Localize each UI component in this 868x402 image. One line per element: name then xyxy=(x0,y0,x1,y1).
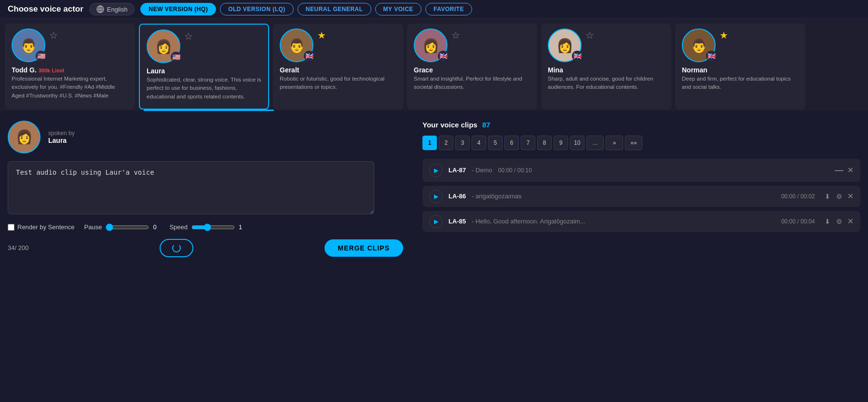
clip-card-LA-87: ▶ LA-87 - Demo 00:00 / 00:10 — ✕ xyxy=(422,159,860,182)
filter-btn-favorite[interactable]: FAVORITE xyxy=(425,3,472,15)
favorite-star[interactable]: ★ xyxy=(719,29,728,41)
generate-button[interactable] xyxy=(160,239,193,257)
speed-slider[interactable] xyxy=(191,223,235,231)
minimize-bar: ▶ LA-87 - Demo 00:00 / 00:10 — ✕ xyxy=(429,164,854,177)
cards-section: 👨 🇺🇸 ☆ Todd G. 300k Limit Professional I… xyxy=(0,19,868,110)
filter-btn-my-voice[interactable]: MY VOICE xyxy=(375,3,421,15)
page-btn-...[interactable]: ... xyxy=(586,136,604,150)
clip-label: - Demo xyxy=(472,166,492,174)
voice-card-geralt[interactable]: 👨 🇬🇧 ★ Geralt Robotic or futuristic, goo… xyxy=(273,24,403,110)
clip-list: ▶ LA-87 - Demo 00:00 / 00:10 — ✕ ▶ LA-86… xyxy=(422,159,860,232)
language-button[interactable]: English xyxy=(89,3,135,15)
avatar-wrap: 👨 🇺🇸 xyxy=(12,28,45,62)
settings-btn-LA-86[interactable]: ⚙ xyxy=(835,192,843,201)
loading-spinner xyxy=(172,244,181,252)
favorite-star[interactable]: ★ xyxy=(317,29,326,41)
page-btn-1[interactable]: 1 xyxy=(422,136,437,150)
clip-time: 00:00 / 00:10 xyxy=(498,167,537,174)
page-btn-10[interactable]: 10 xyxy=(570,136,584,150)
page-btn-6[interactable]: 6 xyxy=(504,136,519,150)
filter-buttons: NEW VERSION (HQ)OLD VERSION (LQ)NEURAL G… xyxy=(140,3,472,15)
page-btn-8[interactable]: 8 xyxy=(537,136,552,150)
voice-desc: Sharp, adult and concise, good for child… xyxy=(548,75,665,92)
voice-name: Mina xyxy=(548,66,665,74)
close-btn-LA-85[interactable]: ✕ xyxy=(847,217,854,226)
language-label: English xyxy=(107,6,128,13)
minimize-icon[interactable]: — xyxy=(835,165,843,175)
flag-badge: 🇬🇧 xyxy=(304,51,314,61)
voice-name: Geralt xyxy=(280,66,396,74)
settings-btn-LA-85[interactable]: ⚙ xyxy=(835,217,843,226)
voice-card-grace[interactable]: 👩 🇬🇧 ☆ Grace Smart and insightful. Perfe… xyxy=(407,24,537,110)
voice-card-laura[interactable]: 👩 🇺🇸 ☆ Laura Sophisticated, clear, stron… xyxy=(139,24,269,110)
merge-clips-button[interactable]: MERGE CLIPS xyxy=(325,239,403,257)
card-header: 👨 🇬🇧 ★ xyxy=(280,28,396,62)
avatar-wrap: 👩 🇬🇧 xyxy=(548,28,582,62)
pagination: 12345678910...»»» xyxy=(422,136,860,150)
tts-textarea[interactable] xyxy=(8,161,374,214)
voice-card-norman[interactable]: 👨 🇬🇧 ★ Norman Deep and firm, perfect for… xyxy=(675,24,805,110)
favorite-star[interactable]: ☆ xyxy=(49,29,58,41)
card-header: 👨 🇺🇸 ☆ xyxy=(12,28,128,62)
clip-label: - Hello, Good afternoon. Arigatōgozaim..… xyxy=(472,218,585,225)
flag-badge: 🇬🇧 xyxy=(572,51,583,61)
favorite-star[interactable]: ☆ xyxy=(585,29,594,41)
filter-btn-old-lq[interactable]: OLD VERSION (LQ) xyxy=(220,3,294,15)
page-btn-9[interactable]: 9 xyxy=(554,136,568,150)
page-btn-2[interactable]: 2 xyxy=(439,136,453,150)
render-by-sentence-label: Render by Sentence xyxy=(17,223,75,231)
header: Choose voice actor English NEW VERSION (… xyxy=(0,0,868,19)
left-panel: 👩 spoken by Laura Render by Sentence Pau… xyxy=(8,121,403,257)
clip-id: LA-87 xyxy=(448,166,466,174)
voice-card-todd[interactable]: 👨 🇺🇸 ☆ Todd G. 300k Limit Professional I… xyxy=(5,24,135,110)
page-btn-4[interactable]: 4 xyxy=(472,136,486,150)
voice-card-mina[interactable]: 👩 🇬🇧 ☆ Mina Sharp, adult and concise, go… xyxy=(541,24,671,110)
avatar-wrap: 👩 🇬🇧 xyxy=(414,28,448,62)
clip-actions: 00:00 / 00:04 ⬇ ⚙ ✕ xyxy=(781,217,854,226)
close-btn-LA-87[interactable]: ✕ xyxy=(847,166,854,175)
voice-name: Grace xyxy=(414,66,530,74)
download-btn-LA-85[interactable]: ⬇ xyxy=(824,217,831,226)
filter-btn-new-hq[interactable]: NEW VERSION (HQ) xyxy=(140,3,216,15)
pause-group: Pause 0 xyxy=(84,223,160,231)
play-btn-LA-85[interactable]: ▶ xyxy=(429,215,443,228)
close-btn-LA-86[interactable]: ✕ xyxy=(847,192,854,201)
play-btn-LA-86[interactable]: ▶ xyxy=(429,190,443,203)
right-panel: Your voice clips 87 12345678910...»»» ▶ … xyxy=(403,121,860,257)
speaker-avatar: 👩 xyxy=(8,121,41,153)
clip-time: 00:00 / 00:04 xyxy=(781,218,820,225)
page-btn-»[interactable]: » xyxy=(606,136,623,150)
page-btn-7[interactable]: 7 xyxy=(521,136,535,150)
card-header: 👨 🇬🇧 ★ xyxy=(682,28,799,62)
clip-row: ▶ LA-86 - arigatōgozaimas xyxy=(429,190,521,203)
page-btn-5[interactable]: 5 xyxy=(488,136,502,150)
clips-title: Your voice clips xyxy=(422,121,477,129)
flag-badge: 🇺🇸 xyxy=(36,51,46,61)
spoken-by-label: spoken by xyxy=(48,130,75,137)
voice-name: Norman xyxy=(682,66,799,74)
voice-desc: Professional Internet Marketing expert, … xyxy=(12,75,128,100)
clip-row-LA-86: ▶ LA-86 - arigatōgozaimas 00:00 / 00:02 … xyxy=(422,186,860,207)
pause-value: 0 xyxy=(153,223,160,231)
page-btn-»»[interactable]: »» xyxy=(625,136,642,150)
voice-desc: Smart and insightful. Perfect for lifest… xyxy=(414,75,530,92)
page-btn-3[interactable]: 3 xyxy=(455,136,470,150)
clips-header: Your voice clips 87 xyxy=(422,121,860,129)
favorite-star[interactable]: ☆ xyxy=(451,29,460,41)
avatar-wrap: 👨 🇬🇧 xyxy=(280,28,313,62)
text-area-wrap xyxy=(8,161,403,216)
clip-actions: — ✕ xyxy=(835,165,854,175)
globe-icon xyxy=(96,5,104,13)
filter-btn-neural[interactable]: NEURAL GENERAL xyxy=(298,3,371,15)
voice-limit: 300k Limit xyxy=(39,68,65,73)
clip-row-LA-85: ▶ LA-85 - Hello, Good afternoon. Arigatō… xyxy=(422,211,860,232)
play-btn-LA-87[interactable]: ▶ xyxy=(429,164,443,177)
char-count: 34/ 200 xyxy=(8,244,28,251)
render-by-sentence-checkbox[interactable] xyxy=(8,224,14,231)
voice-desc: Sophisticated, clear, strong voice. This… xyxy=(147,76,261,101)
speed-label: Speed xyxy=(169,223,188,231)
pause-slider[interactable] xyxy=(106,223,149,231)
pause-label: Pause xyxy=(84,223,102,231)
download-btn-LA-86[interactable]: ⬇ xyxy=(824,192,831,201)
favorite-star[interactable]: ☆ xyxy=(184,30,193,42)
